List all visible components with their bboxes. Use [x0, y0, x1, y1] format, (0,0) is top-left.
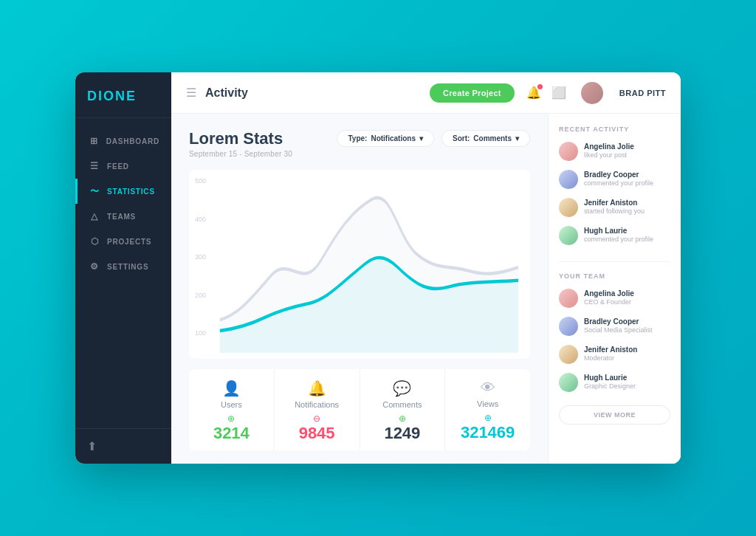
settings-icon: ⚙: [89, 261, 100, 272]
sidebar-item-dashboard[interactable]: ⊞ Dashboard: [75, 128, 171, 154]
dashboard-icon: ⊞: [89, 136, 99, 146]
view-more-button[interactable]: VIEW MORE: [559, 405, 670, 425]
team-item-1: Bradley Cooper Social Media Specialist: [559, 317, 670, 336]
activity-avatar-2: [559, 198, 578, 217]
activity-desc-1: commented your profile: [584, 179, 670, 188]
activity-item-0: Angelina Jolie liked your post: [559, 142, 670, 161]
sidebar-bottom: ⬆: [75, 428, 171, 464]
sidebar-nav: ⊞ Dashboard ☰ Feed 〜 Statistics △ Teams …: [75, 118, 171, 428]
comments-change-icon: ⊕: [399, 413, 406, 424]
y-label-400: 400: [195, 216, 206, 223]
y-label-300: 300: [195, 253, 206, 261]
page-title: Lorem Stats: [189, 130, 292, 148]
team-name-0: Angelina Jolie: [584, 289, 670, 298]
activity-name-3: Hugh Laurie: [584, 226, 670, 236]
activity-desc-2: started following you: [584, 207, 670, 216]
team-name-3: Hugh Laurie: [584, 373, 670, 382]
team-name-1: Bradley Cooper: [584, 317, 670, 326]
stat-card-comments: 💬 Comments ⊕ 1249: [360, 369, 446, 450]
comments-stat-icon: 💬: [393, 379, 411, 397]
team-role-2: Moderator: [584, 354, 670, 363]
activity-name-1: Bradley Cooper: [584, 170, 670, 179]
chart-y-labels: 500 400 300 200 100: [195, 177, 206, 337]
team-info-3: Hugh Laurie Graphic Designer: [584, 373, 670, 391]
activity-text-3: Hugh Laurie commented your profile: [584, 226, 670, 244]
activity-desc-3: commented your profile: [584, 236, 670, 244]
activity-avatar-1: [559, 170, 578, 189]
activity-item-1: Bradley Cooper commented your profile: [559, 170, 670, 189]
sidebar-label-projects: Projects: [107, 238, 151, 246]
activity-item-2: Jenifer Aniston started following you: [559, 198, 670, 217]
comments-stat-label: Comments: [382, 400, 422, 409]
share-icon[interactable]: ⬆: [87, 439, 159, 453]
activity-name-2: Jenifer Aniston: [584, 198, 670, 207]
type-filter-value: Notifications: [371, 134, 416, 142]
team-avatar-1: [559, 317, 578, 336]
sidebar-label-dashboard: Dashboard: [106, 137, 159, 145]
main-content: Lorem Stats September 15 - September 30 …: [171, 114, 548, 464]
activity-avatar-3: [559, 226, 578, 245]
sort-filter-value: Comments: [473, 134, 512, 142]
teams-icon: △: [89, 211, 100, 221]
team-avatar-2: [559, 345, 578, 364]
header: ☰ Activity Create Project 🔔 ⬜ BRAD PITT: [171, 72, 681, 114]
type-filter[interactable]: Type: Notifications ▾: [337, 130, 434, 147]
users-stat-value: 3214: [213, 425, 250, 441]
logo-text-main: DI: [87, 89, 103, 103]
team-item-2: Jenifer Aniston Moderator: [559, 345, 670, 364]
message-icon[interactable]: ⬜: [551, 86, 566, 100]
feed-icon: ☰: [89, 161, 100, 171]
projects-icon: ⬡: [89, 236, 100, 247]
header-title: Activity: [205, 86, 430, 100]
stats-row: 👤 Users ⊕ 3214 🔔 Notifications ⊖ 9845 💬 …: [189, 369, 530, 450]
sidebar-label-settings: Settings: [107, 263, 148, 271]
stat-card-notifications: 🔔 Notifications ⊖ 9845: [275, 369, 360, 450]
menu-icon[interactable]: ☰: [186, 86, 196, 100]
page-heading: Lorem Stats September 15 - September 30: [189, 130, 292, 158]
stat-card-views: 👁 Views ⊕ 321469: [445, 369, 530, 450]
right-panel: RECENT ACTIVITY Angelina Jolie liked you…: [548, 114, 681, 464]
team-name-2: Jenifer Aniston: [584, 345, 670, 354]
create-project-button[interactable]: Create Project: [430, 83, 515, 103]
logo: DIONE: [75, 72, 171, 118]
sort-filter-chevron: ▾: [515, 134, 519, 142]
your-team-title: YOUR TEAM: [559, 272, 670, 280]
y-label-100: 100: [195, 329, 206, 337]
comments-stat-value: 1249: [384, 425, 420, 441]
sort-filter-label: Sort:: [453, 134, 470, 142]
team-role-3: Graphic Designer: [584, 382, 670, 391]
content-area: Lorem Stats September 15 - September 30 …: [171, 114, 681, 464]
team-info-1: Bradley Cooper Social Media Specialist: [584, 317, 670, 335]
date-range: September 15 - September 30: [189, 150, 292, 158]
sort-filter[interactable]: Sort: Comments ▾: [441, 130, 530, 147]
sidebar-item-projects[interactable]: ⬡ Projects: [75, 229, 171, 254]
activity-text-0: Angelina Jolie liked your post: [584, 142, 670, 160]
recent-activity-title: RECENT ACTIVITY: [559, 126, 670, 133]
activity-text-2: Jenifer Aniston started following you: [584, 198, 670, 216]
sidebar-item-statistics[interactable]: 〜 Statistics: [75, 179, 171, 204]
team-role-0: CEO & Founder: [584, 298, 670, 307]
activity-item-3: Hugh Laurie commented your profile: [559, 226, 670, 245]
y-label-500: 500: [195, 177, 206, 185]
activity-name-0: Angelina Jolie: [584, 142, 670, 151]
sidebar-item-feed[interactable]: ☰ Feed: [75, 154, 171, 179]
team-item-3: Hugh Laurie Graphic Designer: [559, 373, 670, 392]
chart-svg: [201, 177, 518, 353]
sidebar-item-teams[interactable]: △ Teams: [75, 204, 171, 229]
activity-desc-0: liked your post: [584, 151, 670, 160]
app-window: DIONE ⊞ Dashboard ☰ Feed 〜 Statistics △ …: [75, 72, 681, 464]
header-icons: 🔔 ⬜ BRAD PITT: [526, 82, 666, 104]
notification-icon[interactable]: 🔔: [526, 86, 541, 100]
chart-container: 500 400 300 200 100: [189, 170, 530, 359]
team-info-0: Angelina Jolie CEO & Founder: [584, 289, 670, 307]
user-avatar[interactable]: [581, 82, 603, 104]
filter-row: Type: Notifications ▾ Sort: Comments ▾: [337, 130, 530, 147]
team-role-1: Social Media Specialist: [584, 326, 670, 335]
statistics-icon: 〜: [89, 186, 100, 196]
sidebar-label-feed: Feed: [107, 162, 129, 171]
sidebar-label-statistics: Statistics: [107, 188, 155, 196]
panel-divider: [559, 261, 670, 262]
activity-text-1: Bradley Cooper commented your profile: [584, 170, 670, 188]
team-item-0: Angelina Jolie CEO & Founder: [559, 289, 670, 308]
sidebar-item-settings[interactable]: ⚙ Settings: [75, 254, 171, 279]
